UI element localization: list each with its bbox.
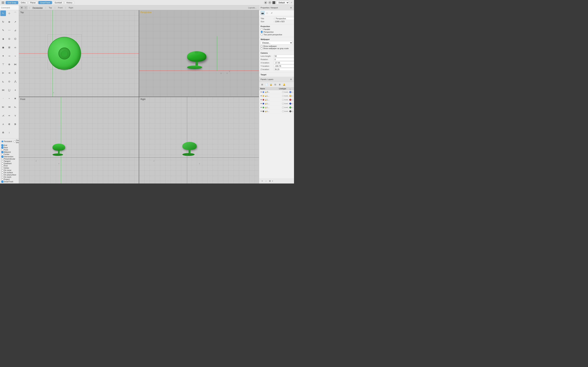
layer-visibility[interactable]: 👁 (260, 106, 262, 109)
layer-color-swatch[interactable] (262, 95, 264, 97)
layers-list-icon[interactable]: ⊞ (260, 83, 264, 86)
flow-tool[interactable]: ⋋ (12, 104, 18, 110)
z-location-input[interactable] (274, 68, 294, 71)
menu-button[interactable] (1, 1, 5, 5)
scale-tool[interactable]: ⋐ (7, 121, 12, 127)
extra-tool[interactable]: ⋄ (12, 87, 18, 93)
layers-bell-icon[interactable]: 🔔 (282, 83, 286, 86)
analysis-tool[interactable]: ⊾ (0, 79, 6, 84)
onmesh-checkbox[interactable] (1, 176, 3, 178)
transform-tool[interactable]: ✦ (0, 53, 6, 59)
perspective-viewport[interactable]: z y x Perspective (139, 10, 259, 97)
twopoint-radio[interactable] (260, 33, 263, 36)
arc-tool[interactable]: ⊕ (7, 19, 12, 25)
hatch-tool[interactable]: ⊤ (0, 61, 6, 67)
wallpaper-dropdown[interactable]: Choose... (260, 41, 293, 45)
point-tool[interactable]: ⊹ (7, 10, 12, 16)
layers-settings-icon[interactable]: ⚙ (289, 78, 293, 81)
layer-lock[interactable]: 🔒 (264, 102, 267, 105)
end-checkbox[interactable] (1, 144, 3, 146)
dimension-tool[interactable]: ⊸ (7, 53, 12, 59)
layers-lock-icon[interactable]: 🔒 (269, 83, 273, 86)
layer-visibility[interactable]: 👁 (260, 99, 262, 101)
loop-button[interactable]: ⟳ (268, 1, 271, 4)
front-viewport[interactable]: z x Front (19, 97, 139, 184)
match-tool[interactable]: ⋍ (7, 113, 12, 118)
record-tool[interactable]: ⋃ (7, 87, 12, 93)
extend-tool[interactable]: ⋒ (0, 130, 6, 135)
right-viewport[interactable]: z y Right (139, 97, 259, 184)
vertex-checkbox[interactable] (1, 167, 3, 169)
intersection-checkbox[interactable] (1, 156, 3, 158)
project-checkbox[interactable] (1, 178, 3, 180)
layer-settings-button[interactable]: ⚙ (268, 179, 272, 183)
layers-file-icon[interactable]: 📄 (265, 83, 268, 86)
zoom-tool[interactable]: ⋅ (0, 96, 6, 101)
layouts-button[interactable]: Layouts... (247, 6, 258, 9)
default-dropdown[interactable]: Default (276, 1, 289, 4)
mesh-tool[interactable]: ⊞ (7, 45, 12, 50)
layer-lock[interactable]: 🔒 (264, 91, 267, 93)
layer-lock[interactable]: 🔒 (264, 99, 267, 101)
tab-front[interactable]: Front (56, 6, 65, 9)
command-input[interactable] (1, 7, 18, 9)
osnap-tool[interactable]: ⊙ (7, 79, 12, 84)
layer-row[interactable]: 👁 🔒 D... Conti... [ ≤ (259, 90, 294, 94)
rotate-tool[interactable]: ⋑ (12, 121, 18, 127)
ellipse-tool[interactable]: ⊙ (7, 36, 12, 42)
layer-color-swatch[interactable] (262, 91, 264, 93)
freeform-tool[interactable]: ↗ (12, 19, 18, 25)
tangent-checkbox[interactable] (1, 160, 3, 162)
array-tool[interactable]: ⋊ (7, 104, 12, 110)
layer-visibility[interactable]: 👁 (260, 91, 262, 93)
gumball-button[interactable]: Gumball (53, 1, 64, 4)
show-gray-checkbox[interactable] (260, 48, 262, 50)
smarttrack-checkbox[interactable] (1, 181, 3, 183)
layers-monitor-icon[interactable]: 🖥 (278, 83, 282, 86)
pan-tool[interactable]: ⋆ (7, 96, 12, 101)
expand-button[interactable]: ⤢ (290, 1, 293, 4)
layer-row[interactable]: 👁 🔒 L... Conti... [ ≤ (259, 106, 294, 109)
circle-tool[interactable]: ↻ (0, 19, 6, 25)
title-field-input[interactable] (275, 17, 294, 20)
lens-length-input[interactable] (274, 55, 294, 58)
parallel-radio[interactable] (260, 28, 263, 30)
remove-layer-button[interactable]: − (264, 179, 268, 183)
camera-tool[interactable]: ⊳ (0, 70, 6, 76)
layer-row[interactable]: 👁 🔒 L... Conti... [ ≤ (259, 102, 294, 106)
curve-props-icon[interactable]: ↗ (270, 11, 274, 15)
top-viewport[interactable]: x y Top (19, 10, 139, 97)
four-viewport-icon[interactable]: ⊞ (20, 6, 24, 9)
rect-tool[interactable]: ◈ (0, 36, 6, 42)
show-wallpaper-checkbox[interactable] (260, 45, 262, 47)
layer-visibility[interactable]: 👁 (260, 110, 262, 113)
oncurve-checkbox[interactable] (1, 169, 3, 171)
layer-lock[interactable]: 🔒 (264, 106, 267, 109)
layer-row[interactable]: 👁 🔒 L... Conti... [ ≤ (259, 109, 294, 113)
rotation-input[interactable] (274, 58, 294, 61)
quadrant-checkbox[interactable] (1, 163, 3, 165)
persistent-radio[interactable] (1, 141, 3, 142)
tab-perspective[interactable]: Perspective (30, 6, 45, 9)
polygon-tool[interactable]: ✎ (0, 27, 6, 33)
history-button[interactable]: History (64, 1, 74, 4)
select-tool[interactable]: ↖ (0, 10, 6, 16)
ortho-button[interactable]: Ortho (19, 1, 28, 4)
onsurface-checkbox[interactable] (1, 172, 3, 174)
layer-lock[interactable]: 🔒 (264, 110, 267, 113)
solid-tool[interactable]: ⌯ (12, 45, 18, 50)
text-tool[interactable]: ⌁ (12, 53, 18, 59)
layer-visibility[interactable]: 👁 (260, 95, 262, 97)
knot-checkbox[interactable] (1, 165, 3, 167)
layers-cols-icon[interactable]: ⊟ (273, 83, 277, 86)
mirror-tool[interactable]: ⋉ (0, 104, 6, 110)
offset-tool[interactable]: ⋎ (12, 113, 18, 118)
move-tool[interactable]: ⋏ (0, 121, 6, 127)
midpoint-checkbox[interactable] (1, 151, 3, 153)
onpolysurface-checkbox[interactable] (1, 174, 3, 176)
curve-tool[interactable]: ⌒ (12, 10, 18, 16)
tab-right[interactable]: Right (67, 6, 75, 9)
layer-visibility[interactable]: 👁 (260, 102, 262, 105)
center-checkbox[interactable] (1, 153, 3, 155)
grid-snap-button[interactable]: Grid Snap (6, 1, 18, 4)
